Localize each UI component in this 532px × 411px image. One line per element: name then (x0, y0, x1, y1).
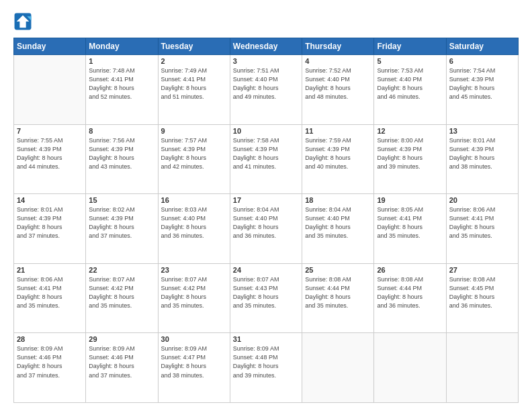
day-info: Sunrise: 7:52 AM Sunset: 4:40 PM Dayligh… (305, 66, 371, 101)
day-number: 5 (377, 57, 443, 65)
day-number: 24 (233, 266, 299, 274)
calendar-cell: 17Sunrise: 8:04 AM Sunset: 4:40 PM Dayli… (230, 194, 302, 264)
calendar-cell: 24Sunrise: 8:07 AM Sunset: 4:43 PM Dayli… (230, 263, 302, 333)
day-info: Sunrise: 8:06 AM Sunset: 4:41 PM Dayligh… (17, 275, 83, 310)
day-info: Sunrise: 8:05 AM Sunset: 4:41 PM Dayligh… (377, 205, 443, 240)
day-info: Sunrise: 7:53 AM Sunset: 4:40 PM Dayligh… (377, 66, 443, 101)
day-number: 16 (161, 196, 227, 204)
day-info: Sunrise: 8:03 AM Sunset: 4:40 PM Dayligh… (161, 205, 227, 240)
calendar-cell: 14Sunrise: 8:01 AM Sunset: 4:39 PM Dayli… (14, 194, 86, 264)
calendar-cell: 1Sunrise: 7:48 AM Sunset: 4:41 PM Daylig… (86, 55, 158, 125)
day-number: 20 (449, 196, 515, 204)
day-info: Sunrise: 7:49 AM Sunset: 4:41 PM Dayligh… (161, 66, 227, 101)
weekday-sunday: Sunday (14, 38, 86, 55)
calendar-cell: 10Sunrise: 7:58 AM Sunset: 4:39 PM Dayli… (230, 124, 302, 194)
calendar-week-2: 7Sunrise: 7:55 AM Sunset: 4:39 PM Daylig… (14, 124, 519, 194)
day-number: 6 (449, 57, 515, 65)
day-number: 25 (305, 266, 371, 274)
day-number: 27 (449, 266, 515, 274)
calendar-cell: 30Sunrise: 8:09 AM Sunset: 4:47 PM Dayli… (158, 333, 230, 403)
calendar-cell: 31Sunrise: 8:09 AM Sunset: 4:48 PM Dayli… (230, 333, 302, 403)
calendar-cell: 7Sunrise: 7:55 AM Sunset: 4:39 PM Daylig… (14, 124, 86, 194)
weekday-friday: Friday (374, 38, 446, 55)
day-info: Sunrise: 8:08 AM Sunset: 4:44 PM Dayligh… (305, 275, 371, 310)
day-number: 8 (89, 127, 154, 135)
calendar-cell: 19Sunrise: 8:05 AM Sunset: 4:41 PM Dayli… (374, 194, 446, 264)
calendar-body: 1Sunrise: 7:48 AM Sunset: 4:41 PM Daylig… (14, 55, 519, 403)
calendar-cell: 12Sunrise: 8:00 AM Sunset: 4:39 PM Dayli… (374, 124, 446, 194)
calendar-cell: 6Sunrise: 7:54 AM Sunset: 4:39 PM Daylig… (446, 55, 518, 125)
weekday-saturday: Saturday (446, 38, 518, 55)
day-number: 21 (17, 266, 83, 274)
day-info: Sunrise: 8:00 AM Sunset: 4:39 PM Dayligh… (377, 136, 443, 171)
day-info: Sunrise: 8:06 AM Sunset: 4:41 PM Dayligh… (449, 205, 515, 240)
day-number: 18 (305, 196, 371, 204)
calendar-cell (446, 333, 518, 403)
logo-icon (13, 12, 32, 31)
weekday-header-row: SundayMondayTuesdayWednesdayThursdayFrid… (14, 38, 519, 55)
calendar-cell: 21Sunrise: 8:06 AM Sunset: 4:41 PM Dayli… (14, 263, 86, 333)
day-number: 1 (89, 57, 154, 65)
calendar-cell (302, 333, 374, 403)
calendar-cell: 2Sunrise: 7:49 AM Sunset: 4:41 PM Daylig… (158, 55, 230, 125)
day-info: Sunrise: 7:56 AM Sunset: 4:39 PM Dayligh… (89, 136, 154, 171)
day-info: Sunrise: 8:07 AM Sunset: 4:42 PM Dayligh… (89, 275, 154, 310)
day-number: 12 (377, 127, 443, 135)
calendar-cell (14, 55, 86, 125)
header (13, 12, 519, 31)
day-info: Sunrise: 7:48 AM Sunset: 4:41 PM Dayligh… (89, 66, 154, 101)
calendar-cell: 20Sunrise: 8:06 AM Sunset: 4:41 PM Dayli… (446, 194, 518, 264)
day-number: 19 (377, 196, 443, 204)
day-number: 26 (377, 266, 443, 274)
day-number: 13 (449, 127, 515, 135)
calendar-cell: 26Sunrise: 8:08 AM Sunset: 4:44 PM Dayli… (374, 263, 446, 333)
day-number: 15 (89, 196, 154, 204)
weekday-thursday: Thursday (302, 38, 374, 55)
calendar-cell (374, 333, 446, 403)
day-info: Sunrise: 8:09 AM Sunset: 4:47 PM Dayligh… (161, 345, 227, 379)
calendar-cell: 3Sunrise: 7:51 AM Sunset: 4:40 PM Daylig… (230, 55, 302, 125)
day-number: 22 (89, 266, 154, 274)
calendar-cell: 23Sunrise: 8:07 AM Sunset: 4:42 PM Dayli… (158, 263, 230, 333)
calendar-cell: 22Sunrise: 8:07 AM Sunset: 4:42 PM Dayli… (86, 263, 158, 333)
calendar-cell: 27Sunrise: 8:08 AM Sunset: 4:45 PM Dayli… (446, 263, 518, 333)
day-number: 2 (161, 57, 227, 65)
day-info: Sunrise: 8:01 AM Sunset: 4:39 PM Dayligh… (17, 205, 83, 240)
calendar-cell: 15Sunrise: 8:02 AM Sunset: 4:39 PM Dayli… (86, 194, 158, 264)
calendar-cell: 29Sunrise: 8:09 AM Sunset: 4:46 PM Dayli… (86, 333, 158, 403)
day-number: 11 (305, 127, 371, 135)
day-info: Sunrise: 8:08 AM Sunset: 4:45 PM Dayligh… (449, 275, 515, 310)
day-info: Sunrise: 8:09 AM Sunset: 4:46 PM Dayligh… (17, 345, 83, 379)
day-number: 3 (233, 57, 299, 65)
calendar-cell: 11Sunrise: 7:59 AM Sunset: 4:39 PM Dayli… (302, 124, 374, 194)
day-info: Sunrise: 7:51 AM Sunset: 4:40 PM Dayligh… (233, 66, 299, 101)
day-info: Sunrise: 7:59 AM Sunset: 4:39 PM Dayligh… (305, 136, 371, 171)
logo (13, 12, 35, 31)
calendar-cell: 5Sunrise: 7:53 AM Sunset: 4:40 PM Daylig… (374, 55, 446, 125)
weekday-wednesday: Wednesday (230, 38, 302, 55)
day-number: 10 (233, 127, 299, 135)
calendar-week-5: 28Sunrise: 8:09 AM Sunset: 4:46 PM Dayli… (14, 333, 519, 403)
day-number: 29 (89, 335, 154, 343)
calendar-cell: 25Sunrise: 8:08 AM Sunset: 4:44 PM Dayli… (302, 263, 374, 333)
day-number: 28 (17, 335, 83, 343)
day-number: 30 (161, 335, 227, 343)
calendar-cell: 28Sunrise: 8:09 AM Sunset: 4:46 PM Dayli… (14, 333, 86, 403)
page: SundayMondayTuesdayWednesdayThursdayFrid… (0, 0, 532, 411)
calendar-table: SundayMondayTuesdayWednesdayThursdayFrid… (13, 38, 519, 403)
day-number: 23 (161, 266, 227, 274)
day-number: 17 (233, 196, 299, 204)
calendar-cell: 13Sunrise: 8:01 AM Sunset: 4:39 PM Dayli… (446, 124, 518, 194)
weekday-monday: Monday (86, 38, 158, 55)
weekday-tuesday: Tuesday (158, 38, 230, 55)
day-number: 7 (17, 127, 83, 135)
day-info: Sunrise: 8:07 AM Sunset: 4:43 PM Dayligh… (233, 275, 299, 310)
calendar-cell: 8Sunrise: 7:56 AM Sunset: 4:39 PM Daylig… (86, 124, 158, 194)
day-info: Sunrise: 8:04 AM Sunset: 4:40 PM Dayligh… (233, 205, 299, 240)
calendar-week-1: 1Sunrise: 7:48 AM Sunset: 4:41 PM Daylig… (14, 55, 519, 125)
calendar-cell: 18Sunrise: 8:04 AM Sunset: 4:40 PM Dayli… (302, 194, 374, 264)
calendar-cell: 16Sunrise: 8:03 AM Sunset: 4:40 PM Dayli… (158, 194, 230, 264)
day-info: Sunrise: 7:54 AM Sunset: 4:39 PM Dayligh… (449, 66, 515, 101)
day-info: Sunrise: 8:09 AM Sunset: 4:46 PM Dayligh… (89, 345, 154, 379)
day-info: Sunrise: 8:01 AM Sunset: 4:39 PM Dayligh… (449, 136, 515, 171)
